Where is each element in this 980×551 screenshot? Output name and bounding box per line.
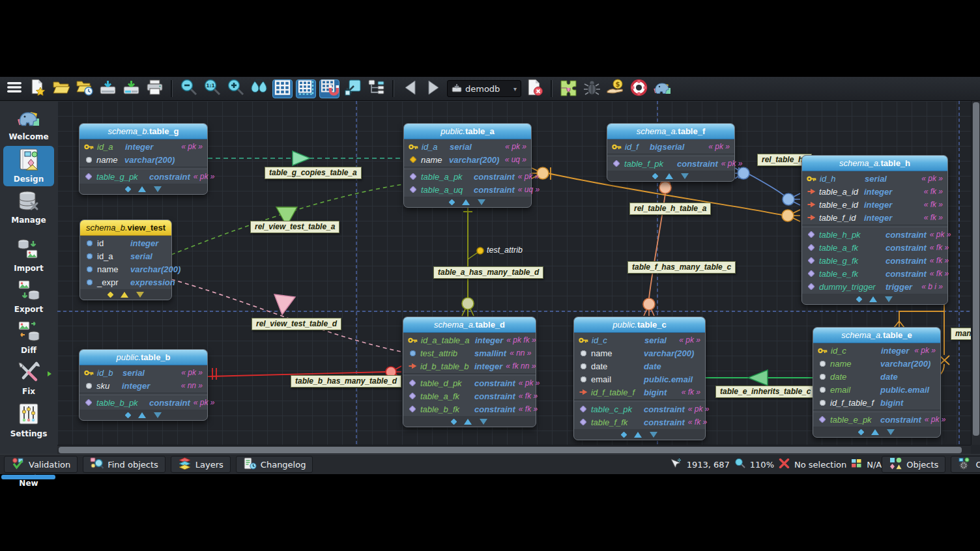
collapse-up-icon[interactable] xyxy=(665,173,673,179)
diagram-canvas[interactable]: table_g_copies_table_arel_view_test_tabl… xyxy=(57,101,971,445)
table-attribute-row[interactable]: table_f_pkconstraint« pk » xyxy=(607,157,734,170)
relationship-label[interactable]: rel_view_test_table_d xyxy=(252,318,341,330)
table-attribute-row[interactable]: test_attribsmallint« nn » xyxy=(403,346,536,360)
page-delimiters-button[interactable] xyxy=(296,79,316,98)
collapse-up-icon[interactable] xyxy=(871,429,879,435)
table-header[interactable]: schema_a.table_h xyxy=(802,156,947,171)
sidebar-item-export[interactable]: Export xyxy=(3,277,54,317)
table-attribute-row[interactable]: table_a_uqconstraint« uq » xyxy=(404,183,531,196)
horizontal-scroll-thumb[interactable] xyxy=(59,447,962,453)
table-table_h[interactable]: schema_a.table_hid_hserial« pk »table_a_… xyxy=(801,155,948,305)
relationship-label[interactable]: many xyxy=(951,328,971,340)
connection-point[interactable] xyxy=(659,182,671,193)
sidebar-item-welcome[interactable]: Welcome xyxy=(3,105,54,144)
table-attribute-row[interactable]: id_a_table_ainteger« pk fk » xyxy=(403,333,536,346)
relationships-view-button[interactable] xyxy=(366,79,386,98)
table-attribute-row[interactable]: datedate xyxy=(813,370,940,383)
vertical-scroll-thumb[interactable] xyxy=(973,102,979,436)
relationship-line[interactable] xyxy=(468,252,478,259)
table-header[interactable]: schema_a.table_f xyxy=(607,124,734,139)
collapse-diamond-icon[interactable] xyxy=(652,173,659,180)
about-button[interactable] xyxy=(652,79,672,98)
collapse-down-icon[interactable] xyxy=(478,199,485,205)
sidebar-item-manage[interactable]: Manage xyxy=(3,188,54,227)
collapse-diamond-icon[interactable] xyxy=(856,296,863,303)
recent-models-button[interactable] xyxy=(74,79,94,98)
collapse-up-icon[interactable] xyxy=(464,419,472,425)
menu-button[interactable] xyxy=(4,79,24,98)
table-header[interactable]: public.table_a xyxy=(404,124,531,139)
table-attribute-row[interactable]: table_a_pkconstraint« pk » xyxy=(404,170,531,183)
save-model-button[interactable] xyxy=(98,79,118,98)
table-attribute-row[interactable]: table_a_fkconstraint« fk » xyxy=(802,241,947,254)
collapse-up-icon[interactable] xyxy=(138,412,146,418)
table-attribute-row[interactable]: datedate xyxy=(574,360,705,373)
connection-point[interactable] xyxy=(643,298,655,310)
collapse-diamond-icon[interactable] xyxy=(451,419,457,425)
collapse-up-icon[interactable] xyxy=(121,292,128,298)
table-header[interactable]: schema_b.table_g xyxy=(79,124,207,139)
relationship-label[interactable]: rel_table_h_table_a xyxy=(629,203,711,215)
collapse-up-icon[interactable] xyxy=(462,199,470,205)
best-fit-button[interactable] xyxy=(343,79,363,98)
connection-point[interactable] xyxy=(477,247,483,254)
collapse-diamond-icon[interactable] xyxy=(124,186,131,193)
model-selector-combo[interactable]: demodb▾ xyxy=(447,80,521,97)
table-attribute-row[interactable]: id_aserial« pk » xyxy=(404,140,531,153)
relationship-label[interactable]: table_b_has_many_table_d xyxy=(291,375,401,388)
relationship-line[interactable] xyxy=(171,279,401,352)
relationship-label[interactable]: rel_view_test_table_a xyxy=(250,221,339,233)
table-attribute-row[interactable]: id_f_table_fbigint« fk » xyxy=(574,386,705,399)
table-header[interactable]: public.table_b xyxy=(79,350,207,365)
table-table_d[interactable]: schema_a.table_did_a_table_ainteger« pk … xyxy=(403,317,536,427)
table-attribute-row[interactable]: table_d_pkconstraint« pk » xyxy=(403,376,536,389)
save-as-button[interactable] xyxy=(121,79,141,98)
snap-to-grid-button[interactable] xyxy=(319,79,339,98)
sidebar-item-settings[interactable]: Settings xyxy=(3,401,54,441)
table-table_b[interactable]: public.table_bid_bserial« pk »skuinteger… xyxy=(79,349,208,421)
validation-button[interactable]: Validation xyxy=(4,456,78,473)
table-attribute-row[interactable]: emailpublic.email xyxy=(574,373,705,386)
vertical-scrollbar[interactable] xyxy=(971,101,980,445)
operations-button[interactable]: Operations xyxy=(951,456,980,473)
sidebar-item-design[interactable]: Design xyxy=(3,146,54,186)
collapse-up-icon[interactable] xyxy=(634,432,642,438)
relationship-attribute-label[interactable]: test_attrib xyxy=(487,246,523,255)
connection-point[interactable] xyxy=(738,167,749,179)
horizontal-scrollbar[interactable] xyxy=(57,445,971,454)
table-attribute-row[interactable]: id_hserial« pk » xyxy=(802,172,947,185)
table-attribute-row[interactable]: id_ainteger« pk » xyxy=(79,140,207,153)
sidebar-item-fix[interactable]: Fix xyxy=(3,360,54,399)
table-table_e[interactable]: schema_a.table_eid_cinteger« pk »namevar… xyxy=(813,327,941,438)
close-model-button[interactable] xyxy=(525,79,545,98)
open-model-button[interactable] xyxy=(51,79,71,98)
find-objects-button[interactable]: Find objects xyxy=(83,456,166,473)
table-attribute-row[interactable]: id_bserial« pk » xyxy=(79,366,207,379)
table-attribute-row[interactable]: id_cinteger« pk » xyxy=(813,344,940,357)
collapse-down-icon[interactable] xyxy=(885,296,893,302)
collapse-diamond-icon[interactable] xyxy=(124,412,131,419)
changelog-button[interactable]: Changelog xyxy=(236,456,313,473)
collapse-diamond-icon[interactable] xyxy=(858,429,865,436)
collapse-down-icon[interactable] xyxy=(480,419,487,425)
table-attribute-row[interactable]: id_f_table_fbigint xyxy=(813,396,940,409)
table-attribute-row[interactable]: table_f_fkconstraint« fk » xyxy=(574,416,705,429)
new-model-button[interactable] xyxy=(27,79,48,98)
table-attribute-row[interactable]: id_cserial« pk » xyxy=(574,333,705,346)
collapse-down-icon[interactable] xyxy=(154,412,162,418)
table-attribute-row[interactable]: table_g_pkconstraint« pk » xyxy=(79,170,207,183)
connection-point[interactable] xyxy=(783,193,794,205)
connection-point[interactable] xyxy=(782,210,794,221)
table-attribute-row[interactable]: id_b_table_binteger« fk nn » xyxy=(403,360,536,373)
table-attribute-row[interactable]: table_c_pkconstraint« pk » xyxy=(574,403,705,416)
relationship-label[interactable]: table_g_copies_table_a xyxy=(265,167,362,179)
arrange-objects-button[interactable] xyxy=(249,79,269,98)
table-attribute-row[interactable]: namevarchar(200) xyxy=(574,346,705,360)
table-attribute-row[interactable]: table_h_pkconstraint« pk » xyxy=(802,228,947,241)
relationship-label[interactable]: table_f_has_many_table_c xyxy=(627,261,736,274)
collapse-diamond-icon[interactable] xyxy=(449,199,455,206)
print-button[interactable] xyxy=(145,79,165,98)
table-header[interactable]: schema_a.table_d xyxy=(403,317,536,333)
objects-button[interactable]: Objects xyxy=(882,456,945,473)
table-attribute-row[interactable]: skuinteger« nn » xyxy=(79,379,207,392)
